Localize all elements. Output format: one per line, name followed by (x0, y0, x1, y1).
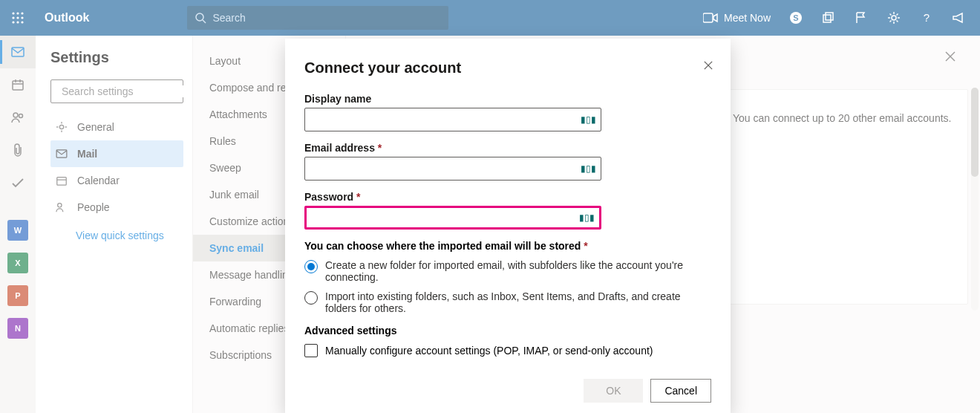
manual-config-row[interactable]: Manually configure account settings (POP… (304, 344, 711, 357)
radio-label: Import into existing folders, such as In… (325, 290, 709, 314)
advanced-settings-header: Advanced settings (304, 325, 711, 336)
store-location-label: You can choose where the imported email … (304, 240, 711, 252)
lastpass-icon: ▮▯▮ (579, 212, 595, 223)
cancel-button[interactable]: Cancel (650, 379, 711, 403)
email-input[interactable] (311, 163, 595, 175)
radio-existing-folders[interactable]: Import into existing folders, such as In… (304, 290, 709, 314)
dialog-footer: OK Cancel (584, 379, 711, 403)
password-input[interactable] (313, 212, 593, 224)
radio-input[interactable] (304, 291, 318, 305)
email-field[interactable]: ▮▯▮ (304, 157, 601, 181)
ok-button[interactable]: OK (584, 379, 643, 403)
lastpass-icon: ▮▯▮ (581, 114, 596, 125)
manual-config-label: Manually configure account settings (POP… (325, 345, 653, 357)
connect-account-dialog: Connect your account Display name ▮▯▮ Em… (285, 39, 731, 413)
email-label: Email address * (304, 142, 711, 154)
display-name-label: Display name (304, 93, 711, 105)
radio-create-folder[interactable]: Create a new folder for imported email, … (304, 259, 709, 283)
password-label: Password * (304, 191, 711, 203)
radio-label: Create a new folder for imported email, … (325, 259, 709, 283)
password-field[interactable]: ▮▯▮ (304, 206, 601, 230)
radio-input[interactable] (304, 260, 318, 273)
manual-config-checkbox[interactable] (304, 344, 318, 357)
display-name-field[interactable]: ▮▯▮ (304, 108, 601, 131)
close-icon (704, 61, 713, 70)
display-name-input[interactable] (311, 114, 595, 126)
dialog-title: Connect your account (304, 59, 711, 77)
dialog-close-button[interactable] (699, 56, 717, 74)
lastpass-icon: ▮▯▮ (581, 163, 596, 174)
